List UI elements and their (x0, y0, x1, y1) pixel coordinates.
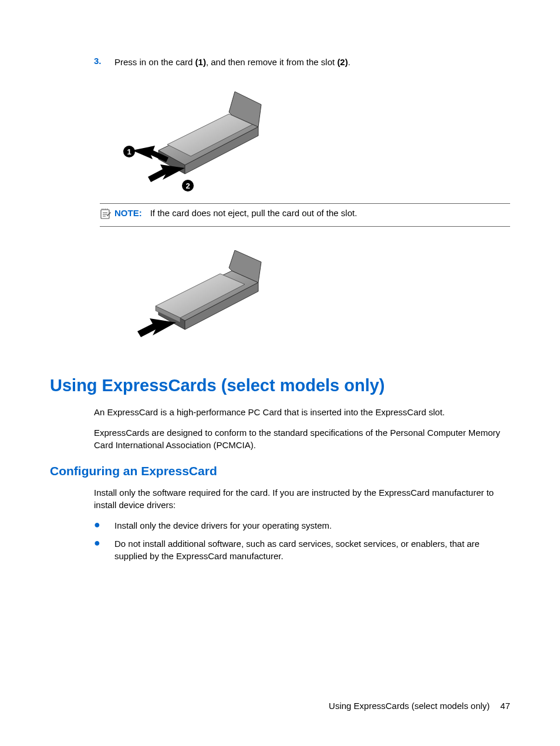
page-footer: Using ExpressCards (select models only) … (329, 701, 510, 711)
section-heading: Using ExpressCards (select models only) (50, 376, 510, 395)
list-item-text: Do not install additional software, such… (114, 537, 510, 562)
step-text: Press in on the card (1), and then remov… (114, 56, 350, 68)
page-number: 47 (500, 701, 510, 711)
bullet-list: ● Install only the device drivers for yo… (94, 519, 510, 562)
note-text: If the card does not eject, pull the car… (150, 208, 357, 218)
step-3: 3. Press in on the card (1), and then re… (94, 56, 510, 68)
list-item: ● Install only the device drivers for yo… (94, 519, 510, 532)
bullet-dot: ● (94, 537, 114, 562)
footer-text: Using ExpressCards (select models only) (329, 701, 490, 711)
note-icon (100, 208, 113, 222)
list-item: ● Do not install additional software, su… (94, 537, 510, 562)
subsection-para: Install only the software required for t… (94, 486, 510, 511)
bullet-dot: ● (94, 519, 114, 532)
note-box: NOTE: If the card does not eject, pull t… (100, 203, 510, 227)
svg-text:1: 1 (127, 147, 131, 156)
illustration-card-pull (114, 250, 510, 352)
step-number: 3. (94, 56, 114, 68)
list-item-text: Install only the device drivers for your… (114, 519, 332, 532)
svg-text:2: 2 (185, 182, 190, 190)
section-para-1: An ExpressCard is a high-performance PC … (94, 406, 510, 418)
note-label: NOTE: (114, 208, 142, 218)
illustration-card-eject: 1 2 (114, 86, 510, 194)
subsection-heading: Configuring an ExpressCard (50, 464, 510, 478)
section-para-2: ExpressCards are designed to conform to … (94, 426, 510, 451)
